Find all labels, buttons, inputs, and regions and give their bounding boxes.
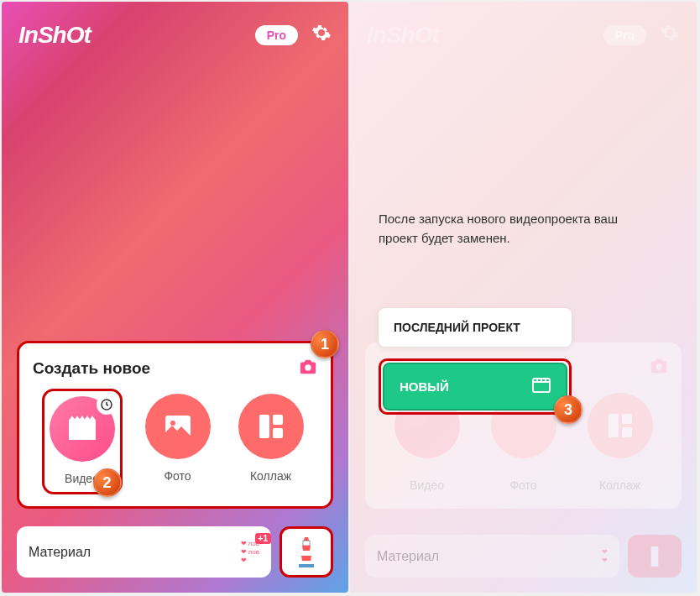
video-action-highlight: 2 Видео <box>42 389 123 494</box>
lighthouse-card-faded <box>628 535 682 578</box>
annotation-badge-3: 3 <box>554 395 582 424</box>
film-icon <box>532 378 551 395</box>
bottom-row: Материал +1 ❤ лов ❤ лов ❤ <box>17 526 333 578</box>
heart-row: ❤ <box>241 557 259 564</box>
bottom-row-faded: Материал ❤ ❤ <box>365 535 682 578</box>
collage-icon-faded <box>588 393 653 458</box>
collage-action[interactable]: Коллаж <box>238 394 304 489</box>
camera-icon-faded <box>650 358 668 378</box>
photo-label-faded: Фото <box>509 478 536 492</box>
material-card-faded: Материал ❤ ❤ <box>365 535 619 578</box>
header-actions: Pro <box>255 23 332 48</box>
phone-screen-right: InShOt Pro После запуска нового видеопро… <box>350 2 697 593</box>
lighthouse-card[interactable] <box>279 526 333 578</box>
app-logo-faded: InShOt <box>367 22 439 49</box>
svg-rect-6 <box>273 428 283 438</box>
photo-icon <box>145 394 211 459</box>
hearts-decor: +1 ❤ лов ❤ лов ❤ <box>241 540 259 564</box>
plus-one-badge: +1 <box>255 533 271 544</box>
last-project-button[interactable]: ПОСЛЕДНИЙ ПРОЕКТ <box>379 308 572 347</box>
action-row: 2 Видео Фото <box>33 394 317 489</box>
svg-rect-5 <box>273 415 283 425</box>
new-button[interactable]: НОВЫЙ <box>383 363 567 410</box>
settings-icon[interactable] <box>311 23 332 48</box>
collage-action-faded: Коллаж <box>588 393 653 492</box>
svg-point-3 <box>170 421 175 426</box>
header: InShOt Pro <box>2 2 348 69</box>
annotation-badge-1: 1 <box>311 330 339 358</box>
new-button-highlight: 3 НОВЫЙ <box>379 358 572 415</box>
annotation-badge-2: 2 <box>93 468 122 497</box>
create-header: Создать новое <box>33 358 317 379</box>
lighthouse-icon <box>294 536 319 569</box>
svg-rect-11 <box>622 427 632 437</box>
settings-icon-faded <box>660 23 680 48</box>
camera-icon[interactable] <box>299 358 317 379</box>
svg-rect-10 <box>622 414 632 424</box>
svg-rect-0 <box>70 422 95 439</box>
collage-label-faded: Коллаж <box>599 478 640 492</box>
dialog-buttons: ПОСЛЕДНИЙ ПРОЕКТ 3 НОВЫЙ <box>379 308 572 415</box>
heart-row: ❤ лов <box>241 548 259 556</box>
header-faded: InShOt Pro <box>350 2 697 69</box>
dialog-message: После запуска нового видеопроекта ваш пр… <box>379 210 646 248</box>
lighthouse-icon-faded <box>644 542 666 571</box>
material-card[interactable]: Материал +1 ❤ лов ❤ лов ❤ <box>17 526 271 578</box>
svg-rect-4 <box>259 415 269 438</box>
create-new-card: 1 Создать новое 2 <box>17 341 333 509</box>
svg-rect-9 <box>609 414 619 437</box>
photo-label: Фото <box>164 469 191 483</box>
material-label-faded: Материал <box>377 549 439 564</box>
pro-button[interactable]: Pro <box>255 25 298 45</box>
video-label-faded: Видео <box>410 478 444 492</box>
app-logo: InShOt <box>18 22 91 49</box>
collage-icon <box>238 394 304 459</box>
svg-rect-8 <box>299 564 314 567</box>
create-title: Создать новое <box>33 359 150 378</box>
header-actions-faded: Pro <box>603 23 680 48</box>
video-icon <box>50 396 115 462</box>
hearts-decor-faded: ❤ ❤ <box>602 548 608 564</box>
pro-button-faded: Pro <box>603 25 646 45</box>
svg-rect-7 <box>303 541 310 546</box>
collage-label: Коллаж <box>250 469 291 483</box>
clock-badge-icon <box>97 395 117 415</box>
svg-rect-13 <box>651 546 659 567</box>
material-label: Материал <box>29 545 91 560</box>
phone-screen-left: InShOt Pro 1 Создать новое 2 <box>2 2 348 593</box>
create-card-wrap: 1 Создать новое 2 <box>17 341 333 509</box>
photo-action[interactable]: Фото <box>145 394 211 489</box>
new-button-label: НОВЫЙ <box>400 379 449 394</box>
